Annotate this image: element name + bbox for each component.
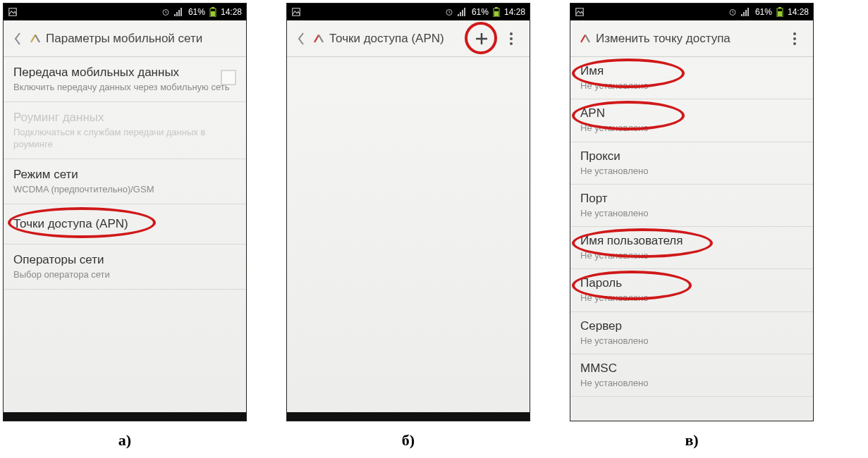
phone-screen-a: 61% 14:28 Параметры мобильной сети Перед… — [3, 3, 247, 421]
row-title: Имя — [580, 64, 803, 78]
settings-icon — [579, 32, 593, 46]
overflow-menu-button[interactable] — [786, 30, 803, 47]
row-apn-mmsc[interactable]: MMSC Не установлено — [570, 354, 813, 397]
notification-icon — [8, 7, 18, 17]
settings-icon — [29, 32, 43, 46]
battery-icon — [493, 7, 500, 17]
row-sub: Не установлено — [580, 292, 803, 304]
row-title: Прокси — [580, 149, 803, 163]
row-apn-proxy[interactable]: Прокси Не установлено — [570, 142, 813, 185]
row-title: Роуминг данных — [13, 111, 236, 125]
row-sub: Не установлено — [580, 80, 803, 92]
svg-rect-8 — [212, 7, 214, 8]
row-title: Режим сети — [13, 168, 236, 182]
row-apn-port[interactable]: Порт Не установлено — [570, 185, 813, 227]
row-sub: Не установлено — [580, 250, 803, 261]
page-title: Точки доступа (APN) — [329, 32, 444, 46]
battery-icon — [776, 7, 783, 17]
caption-b: б) — [402, 431, 415, 450]
signal-icon — [174, 8, 184, 16]
nav-bar — [287, 412, 530, 421]
row-sub: Не установлено — [580, 378, 803, 389]
row-apn-username[interactable]: Имя пользователя Не установлено — [570, 227, 813, 269]
apn-edit-list: Имя Не установлено APN Не установлено Пр… — [570, 57, 813, 397]
row-title: APN — [580, 106, 803, 120]
status-bar: 61% 14:28 — [287, 4, 530, 20]
settings-icon — [312, 32, 326, 46]
svg-point-32 — [793, 42, 796, 45]
alarm-icon — [161, 8, 170, 16]
page-title: Изменить точку доступа — [596, 32, 731, 46]
alarm-icon — [728, 8, 737, 16]
svg-rect-23 — [741, 14, 742, 16]
row-sub: Не установлено — [580, 123, 803, 134]
add-apn-button[interactable] — [473, 30, 490, 47]
mobile-data-checkbox[interactable] — [221, 70, 236, 85]
status-bar: 61% 14:28 — [4, 4, 246, 20]
svg-rect-16 — [494, 11, 499, 16]
svg-rect-14 — [464, 8, 465, 16]
svg-rect-11 — [458, 14, 459, 16]
row-mobile-data[interactable]: Передача мобильных данных Включить перед… — [4, 57, 246, 102]
row-title: Точки доступа (APN) — [13, 217, 236, 231]
app-bar: Точки доступа (APN) — [287, 20, 530, 57]
row-sub: WCDMA (предпочтительно)/GSM — [13, 184, 236, 195]
row-title: Сервер — [580, 319, 803, 333]
back-button[interactable] — [291, 32, 311, 46]
nav-bar — [4, 412, 246, 421]
clock: 14:28 — [221, 7, 242, 17]
status-bar: 61% 14:28 — [570, 4, 813, 20]
notification-icon — [575, 7, 585, 17]
row-title: Операторы сети — [13, 253, 236, 267]
app-bar: Параметры мобильной сети — [4, 20, 246, 57]
battery-pct: 61% — [188, 7, 205, 17]
row-data-roaming: Роуминг данных Подключаться к службам пе… — [4, 102, 246, 159]
settings-list: Передача мобильных данных Включить перед… — [4, 57, 246, 290]
signal-icon — [741, 8, 751, 16]
svg-rect-28 — [778, 11, 782, 16]
caption-c: в) — [685, 431, 698, 450]
row-apn-password[interactable]: Пароль Не установлено — [570, 269, 813, 311]
row-sub: Выбор оператора сети — [13, 269, 236, 280]
alarm-icon — [445, 8, 453, 16]
row-sub: Не установлено — [580, 166, 803, 177]
row-title: MMSC — [580, 361, 803, 376]
svg-rect-24 — [743, 12, 745, 16]
row-sub: Не установлено — [580, 335, 803, 347]
clock: 14:28 — [788, 7, 809, 17]
svg-rect-12 — [460, 12, 461, 16]
overflow-menu-button[interactable] — [503, 30, 520, 47]
svg-rect-29 — [778, 7, 781, 8]
phone-screen-b: 61% 14:28 Точки доступа (APN) — [286, 3, 530, 421]
battery-pct: 61% — [472, 7, 489, 17]
row-title: Передача мобильных данных — [13, 66, 236, 80]
svg-rect-4 — [178, 10, 180, 16]
row-title: Порт — [580, 192, 803, 206]
row-apn-server[interactable]: Сервер Не установлено — [570, 312, 813, 354]
row-title: Пароль — [580, 276, 803, 290]
svg-rect-5 — [181, 8, 182, 16]
battery-pct: 61% — [755, 7, 772, 17]
row-apn[interactable]: Точки доступа (APN) — [4, 204, 246, 245]
svg-point-19 — [510, 37, 513, 40]
svg-point-30 — [793, 32, 796, 35]
page-title: Параметры мобильной сети — [46, 32, 202, 46]
svg-rect-7 — [211, 11, 215, 16]
row-network-mode[interactable]: Режим сети WCDMA (предпочтительно)/GSM — [4, 159, 246, 204]
caption-a: а) — [118, 431, 131, 450]
phone-screen-c: 61% 14:28 Изменить точку доступа — [570, 3, 814, 421]
row-apn-apn[interactable]: APN Не установлено — [570, 99, 813, 142]
row-sub: Включить передачу данных через мобильную… — [13, 82, 236, 93]
svg-rect-13 — [462, 10, 463, 16]
row-operators[interactable]: Операторы сети Выбор оператора сети — [4, 245, 246, 290]
svg-point-20 — [510, 42, 513, 45]
row-sub: Не установлено — [580, 208, 803, 219]
app-bar: Изменить точку доступа — [570, 20, 813, 57]
signal-icon — [458, 8, 467, 16]
back-button[interactable] — [8, 32, 27, 46]
svg-rect-25 — [745, 10, 747, 16]
clock: 14:28 — [504, 7, 525, 17]
row-apn-name[interactable]: Имя Не установлено — [570, 57, 813, 99]
notification-icon — [291, 7, 301, 17]
svg-point-18 — [510, 32, 513, 35]
